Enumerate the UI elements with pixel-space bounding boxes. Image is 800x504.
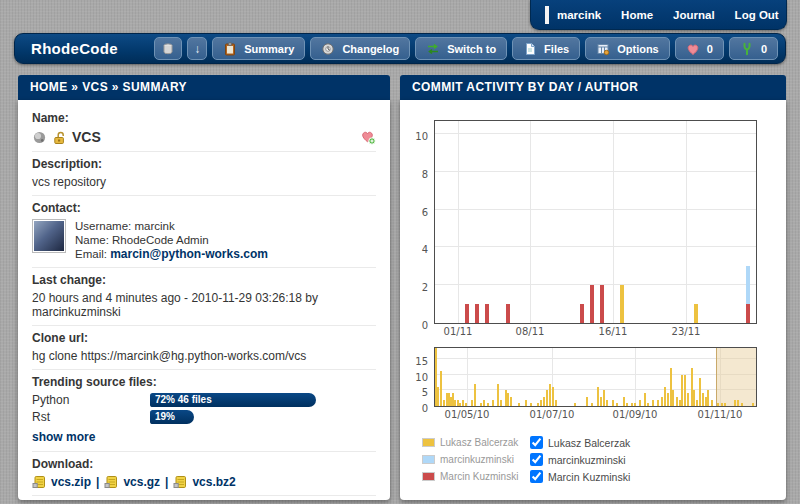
chart-bar bbox=[746, 304, 750, 323]
options-table-icon bbox=[596, 42, 610, 56]
chart-bar bbox=[540, 400, 542, 406]
overview-plot-area[interactable] bbox=[434, 347, 757, 407]
chart-bar bbox=[552, 387, 554, 406]
chart-bar bbox=[737, 400, 739, 406]
breadcrumb-home[interactable]: HOME bbox=[30, 80, 68, 94]
trending-label: Trending source files: bbox=[32, 375, 376, 389]
archive-icon bbox=[104, 475, 118, 489]
trending-lang: Rst bbox=[32, 410, 150, 424]
contact-email-link[interactable]: marcin@python-works.com bbox=[110, 247, 268, 261]
chart-legend: Lukasz Balcerzak Lukasz Balcerzak marcin… bbox=[422, 434, 786, 485]
summary-panel: HOME » VCS » SUMMARY Name: VCS bbox=[18, 75, 390, 500]
chart-bar bbox=[443, 400, 445, 406]
trending-bar: 19% bbox=[150, 410, 194, 424]
forks-button[interactable]: 0 bbox=[729, 37, 778, 60]
chart-bar bbox=[684, 375, 686, 407]
xtick: 16/11 bbox=[599, 326, 628, 337]
chart-bar bbox=[721, 403, 723, 406]
chart-bar bbox=[696, 400, 698, 406]
nav-files-button[interactable]: Files bbox=[512, 37, 580, 60]
grid-v bbox=[635, 348, 636, 406]
nav-options-button[interactable]: Options bbox=[585, 37, 670, 60]
chart-bar bbox=[459, 403, 461, 406]
chart-bar bbox=[546, 390, 548, 406]
chart-bar bbox=[702, 393, 704, 406]
download-bz2-link[interactable]: vcs.bz2 bbox=[192, 475, 235, 489]
chart-bar bbox=[465, 403, 467, 406]
chart-bar bbox=[600, 397, 602, 406]
username[interactable]: marcink bbox=[549, 9, 611, 21]
trending-lang: Python bbox=[32, 393, 150, 407]
clock-icon bbox=[321, 42, 335, 56]
show-more-link[interactable]: show more bbox=[32, 430, 95, 444]
chart-bar bbox=[626, 403, 628, 406]
chart-bar bbox=[600, 285, 604, 323]
fork-icon bbox=[740, 42, 754, 56]
repo-db-button[interactable] bbox=[154, 37, 182, 60]
chart-bar bbox=[500, 400, 502, 406]
ytick: 6 bbox=[422, 207, 428, 218]
xtick: 01/09/10 bbox=[613, 409, 658, 420]
name-label: Name: bbox=[32, 111, 376, 125]
breadcrumb-repo[interactable]: VCS bbox=[82, 80, 108, 94]
chart-bar bbox=[475, 304, 479, 323]
repo-switcher-button[interactable]: ↓ bbox=[187, 37, 207, 60]
chart-bar bbox=[699, 378, 701, 406]
chart-plot-area[interactable] bbox=[434, 120, 757, 324]
chart-bar bbox=[591, 403, 593, 406]
chart-bar bbox=[580, 304, 584, 323]
author-checkbox-label: Lukasz Balcerzak bbox=[548, 437, 786, 449]
chart-bar bbox=[590, 285, 594, 323]
legend-row: Marcin Kuzminski Marcin Kuzminski bbox=[422, 468, 786, 485]
download-gz-link[interactable]: vcs.gz bbox=[123, 475, 160, 489]
chart-bar bbox=[707, 390, 709, 406]
author-checkbox[interactable] bbox=[530, 470, 543, 483]
download-zip-link[interactable]: vcs.zip bbox=[51, 475, 91, 489]
chart-bar bbox=[586, 397, 588, 406]
ytick: 0 bbox=[422, 320, 428, 331]
grid-h bbox=[435, 374, 756, 375]
logout-link[interactable]: Log Out bbox=[725, 9, 789, 21]
home-link[interactable]: Home bbox=[611, 9, 663, 21]
ytick: 4 bbox=[422, 244, 428, 255]
ytick: 10 bbox=[415, 131, 428, 142]
nav-switch-to-button[interactable]: Switch to bbox=[415, 37, 507, 60]
trending-row: Rst 19% bbox=[32, 410, 376, 424]
grid-h bbox=[435, 284, 756, 285]
legend-row: Lukasz Balcerzak Lukasz Balcerzak bbox=[422, 434, 786, 451]
author-checkbox[interactable] bbox=[530, 453, 543, 466]
nav-summary-button[interactable]: Summary bbox=[212, 37, 305, 60]
chart-bar bbox=[693, 390, 695, 406]
followers-button[interactable]: 0 bbox=[675, 37, 724, 60]
breadcrumb-separator: » bbox=[71, 80, 78, 94]
chart-bar bbox=[483, 400, 485, 406]
xtick: 23/11 bbox=[672, 326, 701, 337]
trending-section: Trending source files: Python 72% 46 fil… bbox=[32, 370, 376, 452]
grid-v bbox=[467, 348, 468, 406]
chart-bar bbox=[667, 393, 669, 406]
brand-logo[interactable]: RhodeCode bbox=[15, 40, 134, 57]
breadcrumb-page: SUMMARY bbox=[123, 80, 187, 94]
download-label: Download: bbox=[32, 457, 376, 471]
author-checkbox-label: marcinkuzminski bbox=[548, 454, 786, 466]
page: marcink Home Journal Log Out RhodeCode ↓… bbox=[0, 0, 800, 504]
journal-link[interactable]: Journal bbox=[663, 9, 725, 21]
chart-bar bbox=[487, 403, 489, 406]
chart-bar bbox=[454, 400, 456, 406]
commit-activity-title: COMMIT ACTIVITY BY DAY / AUTHOR bbox=[400, 75, 786, 100]
x-axis-labels: 01/1108/1116/1123/11 bbox=[434, 326, 759, 341]
ytick: 15 bbox=[415, 356, 428, 367]
nav-changelog-button[interactable]: Changelog bbox=[310, 37, 410, 60]
download-separator: | bbox=[165, 475, 168, 489]
follow-heart-button[interactable] bbox=[360, 129, 376, 145]
xtick: 01/11 bbox=[444, 326, 473, 337]
grid-v bbox=[458, 121, 459, 323]
legend-swatch bbox=[422, 438, 435, 447]
author-checkbox[interactable] bbox=[530, 436, 543, 449]
breadcrumb: HOME » VCS » SUMMARY bbox=[18, 75, 390, 100]
commit-activity-panel: COMMIT ACTIVITY BY DAY / AUTHOR 0246810 … bbox=[400, 75, 786, 500]
clone-url-section: Clone url: hg clone https://marcink@hg.p… bbox=[32, 326, 376, 370]
user-bar: marcink Home Journal Log Out bbox=[530, 0, 787, 30]
nav-changelog-label: Changelog bbox=[342, 43, 399, 55]
xtick: 01/11/10 bbox=[698, 409, 743, 420]
